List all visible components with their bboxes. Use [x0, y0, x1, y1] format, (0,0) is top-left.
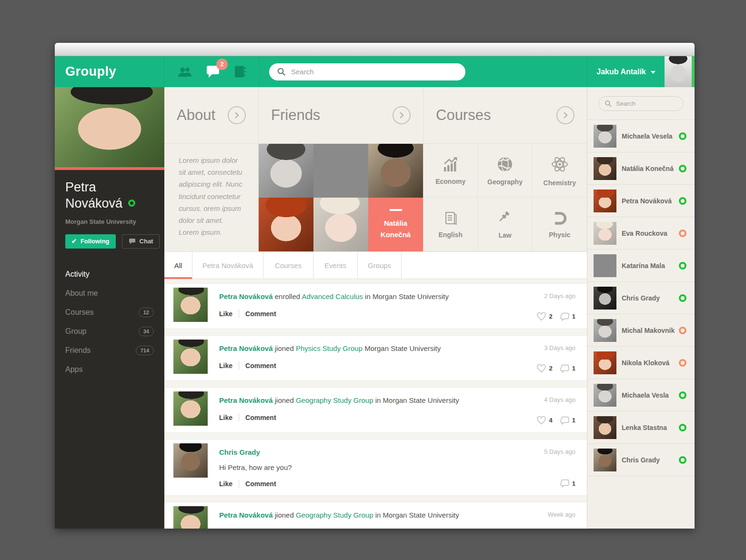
tabbar-filler — [402, 252, 587, 279]
search-input[interactable] — [291, 68, 458, 76]
author-link[interactable]: Petra Nováková — [219, 292, 273, 300]
comment-button[interactable]: Comment — [245, 414, 276, 421]
author-link[interactable]: Chris Grady — [219, 448, 260, 456]
avatar — [594, 319, 616, 342]
window-titlebar[interactable] — [55, 43, 695, 56]
about-chevron-right-icon[interactable] — [228, 106, 246, 124]
course-chemistry[interactable]: Chemistry — [533, 144, 587, 198]
contact-row[interactable]: Chris Grady — [587, 282, 695, 314]
subject-link[interactable]: Geography Study Group — [296, 396, 373, 404]
like-button[interactable]: Like — [219, 310, 232, 318]
contact-row[interactable]: Nikola Kloková — [587, 347, 695, 379]
comment-button[interactable]: Comment — [245, 480, 276, 488]
contact-row[interactable]: Katarína Mala — [587, 250, 695, 282]
friend-photo[interactable] — [313, 144, 368, 198]
notification-badge: 2 — [216, 59, 228, 70]
tab-events[interactable]: Events — [313, 252, 358, 279]
course-physic[interactable]: Physic — [533, 198, 587, 251]
like-button[interactable]: Like — [219, 480, 232, 488]
contact-row[interactable]: Michal Makovník — [587, 314, 695, 347]
contact-row[interactable]: Natália Konečná — [587, 152, 695, 185]
like-button[interactable]: Like — [219, 529, 232, 529]
divider — [239, 413, 239, 421]
subject-link[interactable]: Physics Study Group — [296, 344, 363, 352]
sidebar-item-apps[interactable]: Apps — [55, 360, 164, 379]
contact-row[interactable]: Chris Grady — [587, 444, 695, 476]
feed-item: Petra Nováková jioned Geography Study Gr… — [164, 502, 587, 529]
comments-count[interactable]: 1 — [560, 416, 575, 425]
subject-link[interactable]: Advanced Calculus — [302, 292, 363, 300]
tab-all[interactable]: All — [164, 252, 192, 279]
avatar — [594, 254, 616, 277]
status-ring — [679, 391, 686, 399]
avatar[interactable] — [173, 443, 208, 478]
avatar[interactable] — [173, 506, 208, 529]
contact-row[interactable]: Michaela Vesla — [587, 379, 695, 411]
address-book-icon[interactable] — [233, 65, 246, 78]
friend-highlight-natalia[interactable]: Natália Konečná — [368, 198, 423, 251]
course-law[interactable]: Law — [478, 198, 532, 251]
comments-count[interactable]: 1 — [560, 312, 575, 321]
chat-button[interactable]: Chat — [122, 234, 160, 249]
sidebar-item-friends[interactable]: Friends714 — [55, 341, 164, 360]
sidebar-item-activity[interactable]: Activity — [55, 265, 164, 284]
author-link[interactable]: Petra Nováková — [219, 344, 273, 352]
users-icon[interactable] — [177, 66, 192, 78]
status-ring — [679, 230, 686, 237]
contacts-sidebar: Michaela Vesela Natália Konečná Petra No… — [587, 87, 695, 529]
tab-courses[interactable]: Courses — [263, 252, 313, 279]
comment-button[interactable]: Comment — [245, 362, 276, 370]
author-link[interactable]: Petra Nováková — [219, 511, 273, 519]
app-logo[interactable]: Grouply — [65, 64, 116, 79]
friend-photo[interactable] — [259, 198, 313, 251]
likes-count[interactable]: 2 — [536, 312, 553, 321]
sidebar-item-about-me[interactable]: About me — [55, 284, 164, 303]
contact-name: Lenka Stastna — [622, 424, 667, 431]
contact-row[interactable]: Eva Rouckova — [587, 217, 695, 250]
subject-link[interactable]: Geography Study Group — [296, 511, 373, 519]
avatar[interactable] — [173, 288, 208, 322]
comment-button[interactable]: Comment — [245, 310, 276, 318]
course-geography[interactable]: Geography — [478, 144, 532, 198]
profile-info: Petra Nováková Morgan State University ✔… — [55, 170, 164, 249]
friends-chevron-right-icon[interactable] — [393, 106, 411, 124]
course-economy[interactable]: Economy — [423, 144, 478, 198]
sidebar-item-group[interactable]: Group34 — [55, 322, 164, 341]
course-english[interactable]: English — [423, 198, 478, 251]
courses-section-header: Courses — [423, 87, 587, 143]
comments-count[interactable]: 1 — [560, 364, 575, 373]
contact-row[interactable]: Petra Nováková — [587, 185, 695, 217]
avatar — [594, 190, 616, 212]
friend-photo[interactable] — [259, 144, 313, 198]
courses-chevron-right-icon[interactable] — [556, 106, 575, 124]
contacts-search-input[interactable] — [616, 100, 673, 107]
chat-icon[interactable]: 2 — [206, 65, 220, 79]
likes-count[interactable]: 4 — [536, 416, 553, 425]
avatar — [594, 125, 616, 148]
contact-row[interactable]: Michaela Vesela — [587, 120, 695, 152]
user-menu[interactable]: Jakub Antalík — [587, 56, 665, 87]
like-button[interactable]: Like — [219, 414, 232, 421]
author-link[interactable]: Petra Nováková — [219, 396, 273, 404]
tab-groups[interactable]: Groups — [358, 252, 402, 279]
sidebar-item-courses[interactable]: Courses12 — [55, 303, 164, 322]
avatar[interactable] — [173, 391, 208, 426]
likes-count[interactable]: 2 — [536, 364, 553, 373]
contacts-search[interactable] — [598, 96, 684, 111]
contact-row[interactable]: Lenka Stastna — [587, 411, 695, 444]
like-button[interactable]: Like — [219, 362, 232, 370]
profile-photo[interactable] — [55, 87, 164, 167]
check-icon: ✔ — [71, 238, 77, 245]
following-button[interactable]: ✔ Following — [65, 234, 116, 249]
comment-button[interactable]: Comment — [245, 529, 276, 529]
header-search[interactable] — [269, 63, 465, 80]
avatar[interactable] — [173, 340, 208, 374]
comments-count[interactable]: 1 — [560, 479, 575, 488]
tab-petra-novakova[interactable]: Petra Nováková — [192, 252, 263, 279]
feed-message: Hi Petra, how are you? — [219, 463, 575, 471]
friend-highlight-name: Natália Konečná — [381, 218, 411, 240]
friends-grid: Natália Konečná — [259, 144, 423, 251]
friend-photo[interactable] — [313, 198, 368, 251]
user-avatar[interactable] — [665, 56, 692, 87]
friend-photo[interactable] — [368, 144, 423, 198]
